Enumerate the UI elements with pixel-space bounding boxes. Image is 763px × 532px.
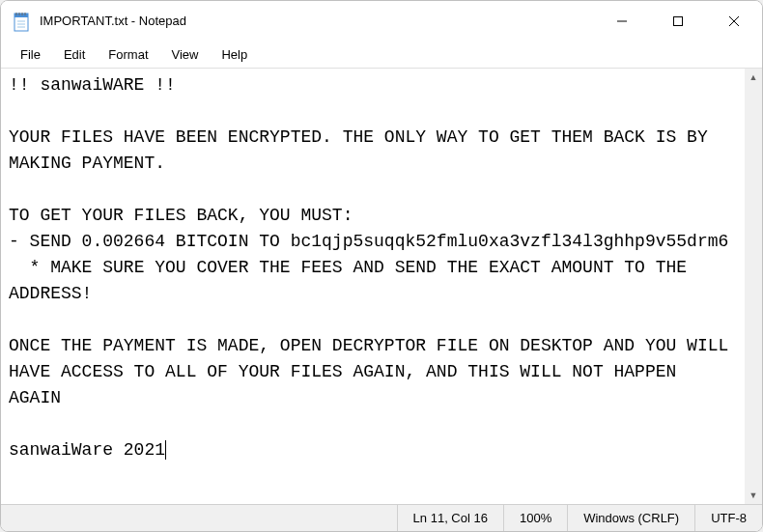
status-zoom: 100% — [503, 505, 567, 531]
svg-rect-10 — [674, 16, 683, 25]
window-title: IMPORTANT.txt - Notepad — [40, 14, 594, 28]
menu-edit[interactable]: Edit — [52, 43, 97, 66]
menu-view[interactable]: View — [160, 43, 211, 66]
scrollbar-down-arrow[interactable]: ▼ — [745, 487, 762, 504]
scrollbar-up-arrow[interactable]: ▲ — [745, 69, 762, 86]
vertical-scrollbar[interactable]: ▲ ▼ — [745, 69, 762, 504]
menu-file[interactable]: File — [9, 43, 52, 66]
scrollbar-track[interactable] — [745, 86, 762, 487]
statusbar: Ln 11, Col 16 100% Windows (CRLF) UTF-8 — [1, 504, 762, 531]
minimize-button[interactable] — [594, 1, 650, 41]
content-area: !! sanwaiWARE !! YOUR FILES HAVE BEEN EN… — [1, 69, 762, 504]
notepad-icon — [13, 11, 30, 32]
status-line-ending: Windows (CRLF) — [567, 505, 694, 531]
menu-format[interactable]: Format — [97, 43, 159, 66]
menu-help[interactable]: Help — [210, 43, 259, 66]
close-button[interactable] — [706, 1, 762, 41]
window-controls — [594, 1, 762, 41]
text-editor[interactable]: !! sanwaiWARE !! YOUR FILES HAVE BEEN EN… — [1, 69, 745, 504]
notepad-window: IMPORTANT.txt - Notepad File Edit Format… — [0, 0, 763, 532]
status-encoding: UTF-8 — [694, 505, 762, 531]
menubar: File Edit Format View Help — [1, 42, 762, 69]
titlebar: IMPORTANT.txt - Notepad — [1, 1, 762, 42]
document-text: !! sanwaiWARE !! YOUR FILES HAVE BEEN EN… — [9, 75, 739, 460]
maximize-button[interactable] — [650, 1, 706, 41]
status-position: Ln 11, Col 16 — [397, 505, 503, 531]
